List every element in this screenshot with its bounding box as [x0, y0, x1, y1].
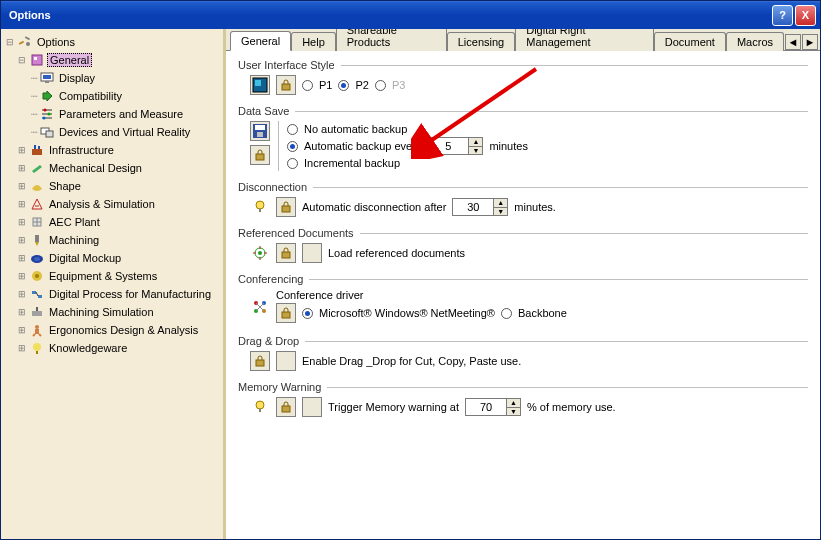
- spin-down-icon[interactable]: ▼: [494, 208, 507, 216]
- chevron-right-icon: ►: [805, 36, 816, 48]
- svg-rect-46: [282, 84, 290, 90]
- disconnect-spinner[interactable]: ▲▼: [452, 198, 508, 216]
- tree-cat-knowledgeware[interactable]: ⊞Knowledgeware: [3, 339, 221, 357]
- radio-auto-backup[interactable]: [287, 141, 298, 152]
- load-referenced-checkbox[interactable]: [302, 243, 322, 263]
- tree-cat-shape[interactable]: ⊞Shape: [3, 177, 221, 195]
- radio-label: No automatic backup: [304, 123, 407, 135]
- tab-label: Licensing: [458, 36, 504, 48]
- tab-scroll-prev[interactable]: ◄: [785, 34, 801, 50]
- tab-label: Digital Right Management: [526, 29, 590, 48]
- radio-incremental-backup[interactable]: [287, 158, 298, 169]
- chevron-left-icon: ◄: [788, 36, 799, 48]
- spin-up-icon[interactable]: ▲: [494, 199, 507, 208]
- tree-cat-equipment[interactable]: ⊞Equipment & Systems: [3, 267, 221, 285]
- tab-drm[interactable]: Digital Right Management: [515, 29, 654, 51]
- group-title: User Interface Style: [238, 59, 341, 71]
- tree-item-parameters[interactable]: ┈ Parameters and Measure: [3, 105, 221, 123]
- spin-up-icon[interactable]: ▲: [469, 138, 482, 147]
- devices-icon: [39, 124, 55, 140]
- svg-point-12: [48, 113, 51, 116]
- lightbulb-icon: [250, 197, 270, 217]
- param-lock-icon[interactable]: [276, 397, 296, 417]
- window-title: Options: [9, 9, 51, 21]
- tree-item-display[interactable]: ┈ Display: [3, 69, 221, 87]
- svg-rect-0: [19, 41, 24, 45]
- svg-rect-31: [32, 291, 36, 294]
- tree-label: Parameters and Measure: [57, 108, 185, 120]
- disconnect-input[interactable]: [453, 199, 493, 215]
- tree-cat-ergonomics[interactable]: ⊞Ergonomics Design & Analysis: [3, 321, 221, 339]
- memory-warning-input[interactable]: [466, 399, 506, 415]
- spin-down-icon[interactable]: ▼: [469, 147, 482, 155]
- tree-item-compatibility[interactable]: ┈ Compatibility: [3, 87, 221, 105]
- titlebar-close-button[interactable]: X: [795, 5, 816, 26]
- tree-cat-digital-mockup[interactable]: ⊞Digital Mockup: [3, 249, 221, 267]
- radio-label: P2: [355, 79, 368, 91]
- tab-help[interactable]: Help: [291, 32, 336, 51]
- tree-pane[interactable]: ⊟ Options ⊟ General ┈ Display ┈ Compatib…: [1, 29, 226, 539]
- tab-shareable[interactable]: Shareable Products: [336, 29, 447, 51]
- unit-label: minutes: [489, 140, 528, 152]
- radio-netmeeting[interactable]: [302, 308, 313, 319]
- field-label: Automatic disconnection after: [302, 201, 446, 213]
- svg-point-28: [34, 257, 40, 261]
- tree-label: Digital Mockup: [47, 252, 123, 264]
- field-label: Enable Drag _Drop for Cut, Copy, Paste u…: [302, 355, 521, 367]
- param-lock-icon[interactable]: [250, 145, 270, 165]
- svg-point-36: [35, 325, 39, 329]
- radio-no-backup[interactable]: [287, 124, 298, 135]
- tree-label: Mechanical Design: [47, 162, 144, 174]
- param-lock-icon[interactable]: [250, 351, 270, 371]
- tree-cat-aec[interactable]: ⊞AEC Plant: [3, 213, 221, 231]
- svg-rect-50: [256, 154, 264, 160]
- tools-icon: [17, 34, 33, 50]
- enable-drag-drop-checkbox[interactable]: [276, 351, 296, 371]
- memory-warning-checkbox[interactable]: [302, 397, 322, 417]
- tree-cat-analysis[interactable]: ⊞Analysis & Simulation: [3, 195, 221, 213]
- tree-item-devices-vr[interactable]: ┈ Devices and Virtual Reality: [3, 123, 221, 141]
- radio-p2[interactable]: [338, 80, 349, 91]
- memory-warning-spinner[interactable]: ▲▼: [465, 398, 521, 416]
- tree-root-options[interactable]: ⊟ Options: [3, 33, 221, 51]
- tab-bar: General Help Shareable Products Licensin…: [226, 29, 820, 51]
- tree-label: Options: [35, 36, 77, 48]
- tree-label: Machining Simulation: [47, 306, 156, 318]
- radio-p3[interactable]: [375, 80, 386, 91]
- style-preview-icon: [250, 75, 270, 95]
- knowledgeware-icon: [29, 340, 45, 356]
- backup-interval-spinner[interactable]: ▲▼: [427, 137, 483, 155]
- backup-interval-input[interactable]: [428, 138, 468, 154]
- param-lock-icon[interactable]: [276, 303, 296, 323]
- tab-scroll-next[interactable]: ►: [802, 34, 818, 50]
- param-lock-icon[interactable]: [276, 243, 296, 263]
- tree-cat-machining-sim[interactable]: ⊞Machining Simulation: [3, 303, 221, 321]
- svg-rect-34: [32, 311, 42, 316]
- tree-item-general[interactable]: ⊟ General: [3, 51, 221, 69]
- tab-general[interactable]: General: [230, 31, 291, 51]
- svg-marker-20: [32, 199, 42, 209]
- tab-document[interactable]: Document: [654, 32, 726, 51]
- param-lock-icon[interactable]: [276, 75, 296, 95]
- tree-label: Digital Process for Manufacturing: [47, 288, 213, 300]
- tab-licensing[interactable]: Licensing: [447, 32, 515, 51]
- tree-cat-digital-process[interactable]: ⊞Digital Process for Manufacturing: [3, 285, 221, 303]
- spin-up-icon[interactable]: ▲: [507, 399, 520, 408]
- svg-rect-32: [38, 295, 42, 298]
- options-window: Options ? X ⊟ Options ⊟ General ┈ Displ: [0, 0, 821, 540]
- tree-label: Devices and Virtual Reality: [57, 126, 192, 138]
- param-lock-icon[interactable]: [276, 197, 296, 217]
- infrastructure-icon: [29, 142, 45, 158]
- radio-backbone[interactable]: [501, 308, 512, 319]
- tab-macros[interactable]: Macros: [726, 32, 784, 51]
- equipment-icon: [29, 268, 45, 284]
- radio-p1[interactable]: [302, 80, 313, 91]
- titlebar-help-button[interactable]: ?: [772, 5, 793, 26]
- tree-cat-mechanical[interactable]: ⊞Mechanical Design: [3, 159, 221, 177]
- tree-cat-infrastructure[interactable]: ⊞Infrastructure: [3, 141, 221, 159]
- spin-down-icon[interactable]: ▼: [507, 408, 520, 416]
- radio-label: Backbone: [518, 307, 567, 319]
- tab-label: Document: [665, 36, 715, 48]
- radio-label: Automatic backup every: [304, 140, 421, 152]
- tree-cat-machining[interactable]: ⊞Machining: [3, 231, 221, 249]
